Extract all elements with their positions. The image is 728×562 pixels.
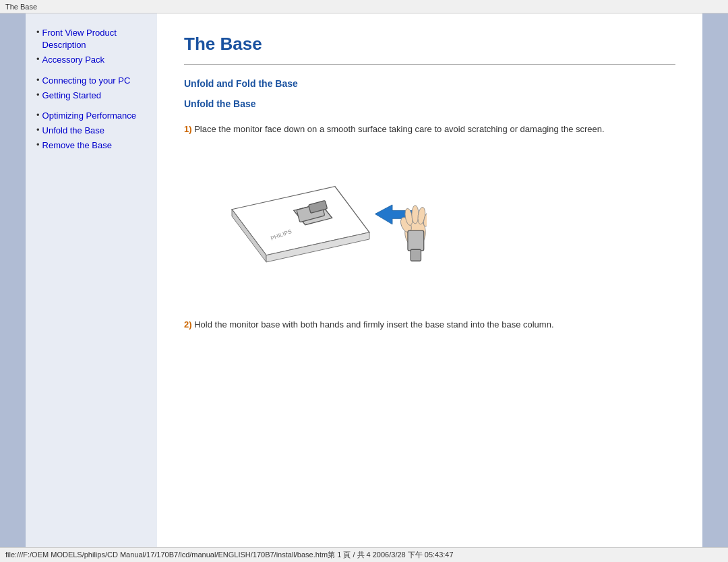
sidebar-item-getting-started[interactable]: • Getting Started (36, 90, 149, 102)
content-area: The Base Unfold and Fold the Base Unfold… (157, 13, 702, 547)
page-title: The Base (184, 34, 675, 55)
step2-description: Hold the monitor base with both hands an… (194, 319, 553, 330)
step2-number: 2) (184, 319, 192, 330)
left-accent (0, 13, 26, 547)
section-heading: Unfold and Fold the Base (184, 78, 675, 89)
monitor-illustration: PHILIPS (198, 150, 427, 298)
title-bar: The Base (0, 0, 728, 13)
content-divider (184, 64, 675, 65)
footer-bar: file:///F:/OEM MODELS/philips/CD Manual/… (0, 547, 728, 562)
sidebar-item-unfold-base[interactable]: • Unfold the Base (36, 125, 149, 137)
bullet-icon: • (36, 75, 40, 85)
sidebar: • Front View Product Description • Acces… (26, 13, 157, 547)
sub-heading: Unfold the Base (184, 98, 675, 109)
step2-text: 2) Hold the monitor base with both hands… (184, 318, 675, 332)
svg-rect-14 (408, 230, 424, 251)
sidebar-nav: • Front View Product Description • Acces… (36, 27, 149, 152)
main-layout: • Front View Product Description • Acces… (0, 13, 728, 547)
title-bar-text: The Base (5, 3, 37, 11)
bullet-icon: • (36, 110, 40, 120)
bullet-icon: • (36, 139, 40, 150)
bullet-icon: • (36, 90, 40, 100)
sidebar-item-front-view[interactable]: • Front View Product Description (36, 27, 149, 51)
bullet-icon: • (36, 125, 40, 135)
sidebar-link-connecting[interactable]: Connecting to your PC (42, 75, 131, 87)
sidebar-item-accessory-pack[interactable]: • Accessory Pack (36, 54, 149, 66)
step1-number: 1) (184, 124, 192, 134)
sidebar-link-front-view[interactable]: Front View Product Description (42, 27, 149, 51)
bullet-icon: • (36, 54, 40, 64)
bullet-icon: • (36, 27, 40, 37)
step1-description: Place the monitor face down on a smooth … (194, 124, 604, 134)
sidebar-link-remove-base[interactable]: Remove the Base (42, 139, 112, 152)
illustration-area: PHILIPS (198, 150, 675, 298)
sidebar-item-remove-base[interactable]: • Remove the Base (36, 139, 149, 152)
right-accent (702, 13, 728, 547)
svg-point-11 (412, 205, 419, 223)
sidebar-link-unfold-base[interactable]: Unfold the Base (42, 125, 105, 137)
sidebar-link-optimizing[interactable]: Optimizing Performance (42, 110, 136, 122)
step1-text: 1) Place the monitor face down on a smoo… (184, 123, 675, 136)
svg-rect-15 (411, 249, 421, 261)
sidebar-item-optimizing[interactable]: • Optimizing Performance (36, 110, 149, 122)
sidebar-item-connecting[interactable]: • Connecting to your PC (36, 75, 149, 87)
footer-text: file:///F:/OEM MODELS/philips/CD Manual/… (5, 550, 454, 560)
sidebar-link-getting-started[interactable]: Getting Started (42, 90, 101, 102)
sidebar-link-accessory-pack[interactable]: Accessory Pack (42, 54, 104, 66)
